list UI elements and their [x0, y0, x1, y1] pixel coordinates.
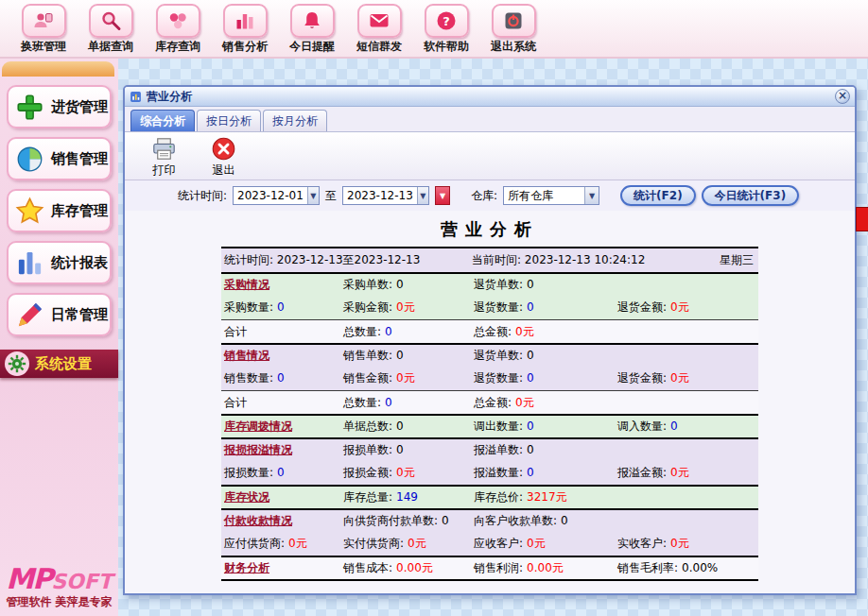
report-cell: 退货金额:0元 — [615, 299, 758, 316]
report-cell: 单据总数:0 — [340, 419, 471, 435]
report-section-cell: 付款收款情况 — [221, 513, 340, 529]
cell-label: 报损单数: — [343, 443, 392, 456]
cell-label: 合计 — [224, 396, 247, 409]
toolbar-button-sales-analysis[interactable]: 销售分析 — [222, 4, 268, 55]
section-header: 报损报溢情况 — [224, 443, 292, 456]
cell-label: 销售成本: — [343, 561, 392, 574]
date-from-select[interactable]: 2023-12-01 ▼ — [233, 186, 320, 205]
close-icon[interactable]: × — [835, 89, 850, 104]
toolbar-button-document-query[interactable]: 单据查询 — [88, 4, 133, 55]
cell-label: 销售数量: — [224, 371, 273, 385]
cell-value: 0元 — [396, 371, 415, 385]
report-title: 营业分析 — [125, 218, 855, 241]
section-header: 付款收款情况 — [224, 514, 292, 527]
toolbar-button-label: 退出系统 — [491, 39, 536, 55]
report-cell: 采购金额:0元 — [340, 299, 471, 316]
window-titlebar[interactable]: 营业分析 × — [125, 87, 855, 107]
sidebar-item-label: 库存管理 — [51, 202, 108, 220]
cell-value: 0 — [277, 466, 285, 479]
cell-value: 0.00元 — [527, 561, 564, 574]
exit-button[interactable]: 退出 — [211, 136, 236, 179]
sidebar-item-daily-management[interactable]: 日常管理 — [7, 293, 112, 336]
cell-value: 0 — [277, 371, 285, 385]
report-row: 付款收款情况向供货商付款单数:0向客户收款单数:0 — [221, 508, 758, 532]
report-info-row: 统计时间: 2023-12-13至2023-12-13当前时间: 2023-12… — [221, 248, 758, 272]
cell-value: 0 — [670, 419, 678, 433]
sidebar-item-sales-management[interactable]: 销售管理 — [7, 137, 112, 180]
cell-label: 单据总数: — [343, 419, 392, 433]
tab-daily-analysis[interactable]: 按日分析 — [197, 110, 261, 131]
toolbar-button-sms-broadcast[interactable]: 短信群发 — [356, 4, 402, 55]
date-to-select[interactable]: 2023-12-13 ▼ — [342, 186, 429, 205]
brush-icon — [15, 300, 44, 330]
report-cell: 销售单数:0 — [340, 348, 471, 364]
toolbar-button-inventory-query[interactable]: 库存查询 — [155, 4, 200, 55]
report-row: 财务分析销售成本:0.00元销售利润:0.00元销售毛利率:0.00% — [221, 556, 758, 579]
chevron-down-icon[interactable]: ▼ — [584, 187, 599, 204]
cell-value: 0元 — [670, 371, 689, 385]
cell-value: 0 — [527, 300, 534, 314]
filter-bar: 统计时间: 2023-12-01 ▼ 至 2023-12-13 ▼ ▼ 仓库: … — [125, 180, 855, 211]
report-cell: 总金额:0元 — [471, 324, 615, 340]
statistics-button[interactable]: 统计(F2) — [620, 185, 696, 206]
print-button[interactable]: 打印 — [151, 136, 177, 179]
sidebar-item-inventory-management[interactable]: 库存管理 — [7, 189, 112, 232]
toolbar-button-software-help[interactable]: ?软件帮助 — [424, 4, 469, 55]
top-toolbar: 换班管理单据查询库存查询销售分析今日提醒短信群发?软件帮助退出系统 — [0, 0, 868, 59]
power-icon — [492, 4, 536, 38]
exit-icon — [211, 136, 236, 162]
toolbar-button-today-reminder[interactable]: 今日提醒 — [289, 4, 335, 55]
help-icon: ? — [425, 4, 469, 38]
cell-value: 0 — [396, 349, 404, 362]
cell-value: 0 — [527, 278, 534, 291]
toolbar-button-exit-system[interactable]: 退出系统 — [491, 4, 536, 55]
cell-label: 采购数量: — [224, 300, 273, 314]
cell-label: 退货单数: — [474, 278, 523, 291]
cell-label: 销售金额: — [343, 371, 392, 385]
tab-monthly-analysis[interactable]: 按月分析 — [263, 110, 327, 131]
sidebar-header-bar — [2, 61, 114, 77]
sidebar-item-label: 日常管理 — [51, 306, 108, 324]
report-section-cell: 库存状况 — [221, 489, 340, 505]
sidebar-item-statistics-report[interactable]: 统计报表 — [7, 241, 112, 284]
logo-tagline: 管理软件 美萍是专家 — [0, 596, 118, 608]
toolbar-button-shift-management[interactable]: 换班管理 — [21, 4, 66, 55]
toolbar-button-label: 短信群发 — [356, 39, 402, 55]
window-title: 营业分析 — [147, 89, 192, 105]
cell-value: 0元 — [408, 537, 426, 550]
cell-value: 0 — [277, 300, 285, 314]
shift-icon — [22, 4, 66, 38]
warehouse-select[interactable]: 所有仓库 ▼ — [503, 186, 599, 205]
tab-comprehensive-analysis[interactable]: 综合分析 — [130, 110, 195, 131]
section-header: 财务分析 — [224, 561, 269, 574]
sidebar: 进货管理销售管理库存管理统计报表日常管理 系统设置 MPSOFT 管理软件 美萍… — [0, 59, 118, 616]
cell-value: 0 — [527, 419, 534, 433]
report-cell: 应付供货商:0元 — [221, 536, 340, 552]
chevron-down-icon[interactable]: ▼ — [307, 187, 319, 204]
report-row: 销售情况销售单数:0退货单数:0 — [221, 343, 758, 367]
cell-label: 销售利润: — [474, 561, 523, 574]
sidebar-item-label: 系统设置 — [35, 355, 92, 373]
report-weekday: 星期三 — [677, 252, 758, 268]
to-label: 至 — [325, 188, 337, 204]
report-cell: 总数量:0 — [340, 395, 471, 411]
logo-mp: MP — [6, 562, 51, 595]
edge-badge — [856, 207, 868, 231]
cell-value: 0元 — [396, 300, 415, 314]
report-row: 合计总数量:0总金额:0元 — [221, 390, 758, 414]
cell-value: 0元 — [288, 537, 307, 550]
sidebar-item-system-settings[interactable]: 系统设置 — [0, 350, 118, 378]
plus-icon — [15, 93, 44, 122]
sidebar-item-purchase-management[interactable]: 进货管理 — [7, 85, 112, 128]
cell-value: 0 — [442, 514, 449, 527]
toolbar-button-label: 销售分析 — [222, 39, 268, 55]
toolbar-button-label: 今日提醒 — [289, 39, 335, 55]
report-current-time: 当前时间: 2023-12-13 10:24:12 — [469, 252, 677, 268]
report-section-cell: 采购情况 — [221, 277, 340, 293]
cell-value: 0 — [527, 443, 534, 456]
cell-value: 0 — [396, 419, 404, 433]
calendar-dropdown-button[interactable]: ▼ — [435, 186, 450, 205]
chevron-down-icon[interactable]: ▼ — [417, 187, 428, 204]
report-cell: 合计 — [221, 395, 340, 411]
today-statistics-button[interactable]: 今日统计(F3) — [702, 185, 800, 206]
